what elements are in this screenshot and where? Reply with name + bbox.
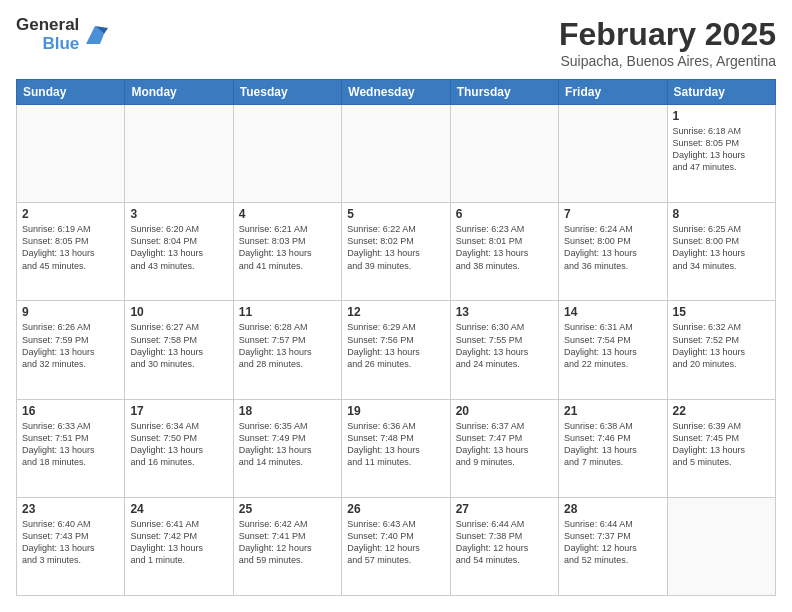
day-number: 12: [347, 305, 444, 319]
table-row: 13Sunrise: 6:30 AM Sunset: 7:55 PM Dayli…: [450, 301, 558, 399]
logo-general: General: [16, 16, 79, 35]
day-info: Sunrise: 6:42 AM Sunset: 7:41 PM Dayligh…: [239, 518, 336, 567]
day-number: 11: [239, 305, 336, 319]
day-number: 7: [564, 207, 661, 221]
table-row: 12Sunrise: 6:29 AM Sunset: 7:56 PM Dayli…: [342, 301, 450, 399]
calendar: Sunday Monday Tuesday Wednesday Thursday…: [16, 79, 776, 596]
day-info: Sunrise: 6:22 AM Sunset: 8:02 PM Dayligh…: [347, 223, 444, 272]
day-info: Sunrise: 6:33 AM Sunset: 7:51 PM Dayligh…: [22, 420, 119, 469]
day-number: 14: [564, 305, 661, 319]
table-row: [125, 105, 233, 203]
day-info: Sunrise: 6:18 AM Sunset: 8:05 PM Dayligh…: [673, 125, 770, 174]
header-thursday: Thursday: [450, 80, 558, 105]
table-row: 27Sunrise: 6:44 AM Sunset: 7:38 PM Dayli…: [450, 497, 558, 595]
table-row: [17, 105, 125, 203]
day-number: 8: [673, 207, 770, 221]
table-row: 11Sunrise: 6:28 AM Sunset: 7:57 PM Dayli…: [233, 301, 341, 399]
day-number: 23: [22, 502, 119, 516]
table-row: [667, 497, 775, 595]
table-row: 24Sunrise: 6:41 AM Sunset: 7:42 PM Dayli…: [125, 497, 233, 595]
table-row: 9Sunrise: 6:26 AM Sunset: 7:59 PM Daylig…: [17, 301, 125, 399]
day-number: 18: [239, 404, 336, 418]
day-number: 13: [456, 305, 553, 319]
header-monday: Monday: [125, 80, 233, 105]
header-sunday: Sunday: [17, 80, 125, 105]
day-number: 15: [673, 305, 770, 319]
table-row: 17Sunrise: 6:34 AM Sunset: 7:50 PM Dayli…: [125, 399, 233, 497]
table-row: 21Sunrise: 6:38 AM Sunset: 7:46 PM Dayli…: [559, 399, 667, 497]
logo: General Blue: [16, 16, 108, 53]
calendar-week-row: 9Sunrise: 6:26 AM Sunset: 7:59 PM Daylig…: [17, 301, 776, 399]
table-row: 8Sunrise: 6:25 AM Sunset: 8:00 PM Daylig…: [667, 203, 775, 301]
day-number: 10: [130, 305, 227, 319]
table-row: [233, 105, 341, 203]
day-info: Sunrise: 6:25 AM Sunset: 8:00 PM Dayligh…: [673, 223, 770, 272]
day-info: Sunrise: 6:27 AM Sunset: 7:58 PM Dayligh…: [130, 321, 227, 370]
calendar-header-row: Sunday Monday Tuesday Wednesday Thursday…: [17, 80, 776, 105]
table-row: 4Sunrise: 6:21 AM Sunset: 8:03 PM Daylig…: [233, 203, 341, 301]
day-number: 4: [239, 207, 336, 221]
day-number: 9: [22, 305, 119, 319]
table-row: 23Sunrise: 6:40 AM Sunset: 7:43 PM Dayli…: [17, 497, 125, 595]
day-info: Sunrise: 6:23 AM Sunset: 8:01 PM Dayligh…: [456, 223, 553, 272]
day-info: Sunrise: 6:30 AM Sunset: 7:55 PM Dayligh…: [456, 321, 553, 370]
table-row: 7Sunrise: 6:24 AM Sunset: 8:00 PM Daylig…: [559, 203, 667, 301]
day-number: 24: [130, 502, 227, 516]
header-tuesday: Tuesday: [233, 80, 341, 105]
day-info: Sunrise: 6:19 AM Sunset: 8:05 PM Dayligh…: [22, 223, 119, 272]
table-row: 1Sunrise: 6:18 AM Sunset: 8:05 PM Daylig…: [667, 105, 775, 203]
day-number: 25: [239, 502, 336, 516]
location: Suipacha, Buenos Aires, Argentina: [559, 53, 776, 69]
day-info: Sunrise: 6:38 AM Sunset: 7:46 PM Dayligh…: [564, 420, 661, 469]
day-info: Sunrise: 6:34 AM Sunset: 7:50 PM Dayligh…: [130, 420, 227, 469]
day-number: 5: [347, 207, 444, 221]
table-row: [450, 105, 558, 203]
day-number: 28: [564, 502, 661, 516]
table-row: 25Sunrise: 6:42 AM Sunset: 7:41 PM Dayli…: [233, 497, 341, 595]
table-row: 18Sunrise: 6:35 AM Sunset: 7:49 PM Dayli…: [233, 399, 341, 497]
day-number: 19: [347, 404, 444, 418]
title-section: February 2025 Suipacha, Buenos Aires, Ar…: [559, 16, 776, 69]
day-info: Sunrise: 6:29 AM Sunset: 7:56 PM Dayligh…: [347, 321, 444, 370]
table-row: 28Sunrise: 6:44 AM Sunset: 7:37 PM Dayli…: [559, 497, 667, 595]
logo-blue: Blue: [42, 35, 79, 54]
page: General Blue February 2025 Suipacha, Bue…: [0, 0, 792, 612]
day-info: Sunrise: 6:32 AM Sunset: 7:52 PM Dayligh…: [673, 321, 770, 370]
table-row: 2Sunrise: 6:19 AM Sunset: 8:05 PM Daylig…: [17, 203, 125, 301]
day-info: Sunrise: 6:28 AM Sunset: 7:57 PM Dayligh…: [239, 321, 336, 370]
day-info: Sunrise: 6:35 AM Sunset: 7:49 PM Dayligh…: [239, 420, 336, 469]
calendar-week-row: 16Sunrise: 6:33 AM Sunset: 7:51 PM Dayli…: [17, 399, 776, 497]
header: General Blue February 2025 Suipacha, Bue…: [16, 16, 776, 69]
day-info: Sunrise: 6:31 AM Sunset: 7:54 PM Dayligh…: [564, 321, 661, 370]
table-row: 5Sunrise: 6:22 AM Sunset: 8:02 PM Daylig…: [342, 203, 450, 301]
logo-icon: [82, 22, 108, 48]
calendar-week-row: 23Sunrise: 6:40 AM Sunset: 7:43 PM Dayli…: [17, 497, 776, 595]
day-info: Sunrise: 6:26 AM Sunset: 7:59 PM Dayligh…: [22, 321, 119, 370]
day-info: Sunrise: 6:44 AM Sunset: 7:38 PM Dayligh…: [456, 518, 553, 567]
table-row: 14Sunrise: 6:31 AM Sunset: 7:54 PM Dayli…: [559, 301, 667, 399]
day-number: 3: [130, 207, 227, 221]
table-row: 22Sunrise: 6:39 AM Sunset: 7:45 PM Dayli…: [667, 399, 775, 497]
day-number: 20: [456, 404, 553, 418]
day-info: Sunrise: 6:21 AM Sunset: 8:03 PM Dayligh…: [239, 223, 336, 272]
table-row: 26Sunrise: 6:43 AM Sunset: 7:40 PM Dayli…: [342, 497, 450, 595]
table-row: [559, 105, 667, 203]
day-info: Sunrise: 6:44 AM Sunset: 7:37 PM Dayligh…: [564, 518, 661, 567]
day-number: 2: [22, 207, 119, 221]
header-wednesday: Wednesday: [342, 80, 450, 105]
table-row: 10Sunrise: 6:27 AM Sunset: 7:58 PM Dayli…: [125, 301, 233, 399]
month-title: February 2025: [559, 16, 776, 53]
header-friday: Friday: [559, 80, 667, 105]
header-saturday: Saturday: [667, 80, 775, 105]
day-number: 1: [673, 109, 770, 123]
day-info: Sunrise: 6:41 AM Sunset: 7:42 PM Dayligh…: [130, 518, 227, 567]
day-info: Sunrise: 6:40 AM Sunset: 7:43 PM Dayligh…: [22, 518, 119, 567]
day-number: 21: [564, 404, 661, 418]
table-row: 3Sunrise: 6:20 AM Sunset: 8:04 PM Daylig…: [125, 203, 233, 301]
day-number: 22: [673, 404, 770, 418]
table-row: 6Sunrise: 6:23 AM Sunset: 8:01 PM Daylig…: [450, 203, 558, 301]
day-info: Sunrise: 6:39 AM Sunset: 7:45 PM Dayligh…: [673, 420, 770, 469]
day-info: Sunrise: 6:36 AM Sunset: 7:48 PM Dayligh…: [347, 420, 444, 469]
day-number: 26: [347, 502, 444, 516]
table-row: [342, 105, 450, 203]
